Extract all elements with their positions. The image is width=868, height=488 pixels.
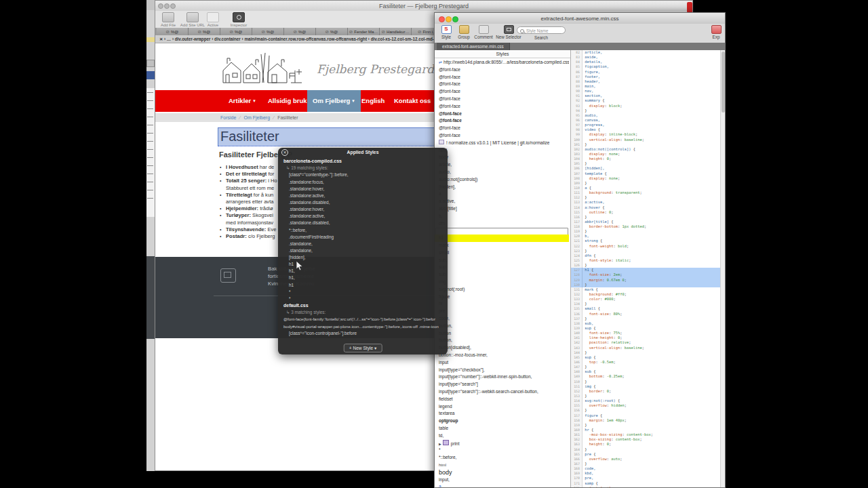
style-item-selected[interactable]: h1 <box>435 235 569 242</box>
code-line[interactable]: 149 bottom: -0.25em; <box>571 374 725 379</box>
style-button[interactable]: S Style <box>437 25 455 39</box>
browser-tab[interactable]: ⊘%@ <box>157 28 189 35</box>
browser-tab[interactable]: ⊘Fender Ma… <box>348 28 380 35</box>
style-item[interactable]: a <box>435 483 569 487</box>
code-line[interactable]: 156 } <box>571 408 725 413</box>
popup-selector[interactable]: .standalone:hover, <box>278 206 448 213</box>
code-line[interactable]: 155 overflow: hidden; <box>571 403 725 408</box>
code-line[interactable]: 106 [hidden], <box>571 166 725 171</box>
code-line[interactable]: 159 } <box>571 423 725 428</box>
style-item[interactable]: @font-face <box>435 96 569 103</box>
style-item-media-print[interactable]: ▶print <box>435 440 569 447</box>
code-line[interactable]: 102 audio:not([controls]) { <box>571 147 725 152</box>
code-line[interactable]: 169 kbd, <box>571 471 725 476</box>
style-item[interactable]: input[type="search"] <box>435 381 569 388</box>
code-line[interactable]: 158 margin: 1em 40px; <box>571 418 725 423</box>
code-line[interactable]: 105 } <box>571 161 725 166</box>
code-line[interactable]: 101 } <box>571 142 725 147</box>
style-item[interactable]: [hidden], <box>435 184 569 191</box>
code-line[interactable]: 95 audio, <box>571 113 725 118</box>
nav-item-om-fjelberg[interactable]: Om Fjelberg ▼ <box>307 90 361 112</box>
red-bookmark-icon[interactable] <box>687 2 692 13</box>
popup-selector[interactable]: .standalone, <box>278 241 448 247</box>
sliver-button[interactable] <box>146 60 155 67</box>
code-line[interactable]: 120 b, <box>571 234 725 239</box>
style-item[interactable]: html <box>435 462 569 469</box>
code-line[interactable]: 166 overflow: auto; <box>571 457 725 462</box>
code-line[interactable]: 94 } <box>571 108 725 113</box>
style-item[interactable]: sub <box>435 271 569 279</box>
code-line[interactable]: 148 sub { <box>571 369 725 374</box>
style-item[interactable]: code, <box>435 315 569 323</box>
popup-selector[interactable]: * <box>278 296 448 302</box>
code-line[interactable]: 142 position: relative; <box>571 340 725 345</box>
code-line[interactable]: 103 display: none; <box>571 152 725 157</box>
code-line[interactable]: 115 outline: 0; <box>571 210 725 215</box>
scrollbar-thumb[interactable] <box>722 52 725 113</box>
style-item[interactable]: button, <box>435 337 569 344</box>
style-item[interactable]: hr <box>435 300 569 308</box>
style-item[interactable]: input[type="search"]::-webkit-search-can… <box>435 388 569 396</box>
code-scrollbar[interactable] <box>720 50 725 487</box>
browser-tab[interactable]: ⊘%@ <box>284 28 316 35</box>
style-item[interactable]: @font-face <box>435 110 569 118</box>
code-line[interactable]: 136 font-size: 80%; <box>571 312 725 317</box>
code-line[interactable]: 139 sup { <box>571 326 725 331</box>
style-item[interactable]: @font-face <box>435 125 569 132</box>
code-line[interactable]: 171 samp { <box>571 481 725 486</box>
style-item-comment[interactable]: ! normalize.css v3.0.1 | MIT License | g… <box>435 140 569 147</box>
style-item[interactable]: @font-face <box>435 132 569 140</box>
code-line[interactable]: 152 border: 0; <box>571 389 725 394</box>
code-line[interactable]: 132 background: #ff0; <box>571 292 725 297</box>
code-line[interactable]: 89 main, <box>571 84 725 89</box>
code-line[interactable]: 121 strong { <box>571 239 725 243</box>
inline-edit-field[interactable] <box>435 228 568 235</box>
code-line[interactable]: 104 height: 0; <box>571 157 725 161</box>
style-item[interactable]: mark <box>435 242 569 249</box>
code-line[interactable]: 146 top: -0.5em; <box>571 360 725 365</box>
code-line[interactable]: 114 a:hover { <box>571 205 725 210</box>
style-item[interactable]: html <box>435 147 569 155</box>
popup-selector[interactable]: [hidden], <box>278 254 448 261</box>
code-line[interactable]: 92 summary { <box>571 98 725 103</box>
code-line[interactable]: 160 hr { <box>571 428 725 432</box>
code-line[interactable]: 113 a:active, <box>571 200 725 205</box>
style-item[interactable]: button, <box>435 323 569 330</box>
code-line[interactable]: 100 vertical-align: baseline; <box>571 138 725 142</box>
code-line[interactable]: 84 details, <box>571 60 725 64</box>
popup-selector[interactable]: * <box>278 289 448 296</box>
popup-selector[interactable]: *::before, <box>278 227 448 234</box>
code-line[interactable]: 143 vertical-align: baseline; <box>571 346 725 350</box>
popup-selector[interactable]: [class*="contenttype-"]::before, <box>278 171 448 178</box>
popup-selector[interactable]: h1 <box>278 282 448 289</box>
popup-selector[interactable]: [class^="icon-controlpanel-"]:before <box>278 330 448 337</box>
code-line[interactable]: 168 code, <box>571 466 725 471</box>
comment-button[interactable]: Comment <box>473 25 494 39</box>
code-line[interactable]: 125 font-style: italic; <box>571 258 725 263</box>
nav-item-english[interactable]: English <box>356 90 390 112</box>
code-line[interactable]: 96 canvas, <box>571 118 725 123</box>
code-line[interactable]: 157 figure { <box>571 413 725 418</box>
group-button[interactable]: Group <box>455 25 473 39</box>
popup-selector[interactable]: .standalone.disabled, <box>278 199 448 206</box>
code-line[interactable]: 99 display: inline-block; <box>571 132 725 137</box>
code-line[interactable]: 108 display: none; <box>571 176 725 181</box>
style-item[interactable]: legend <box>435 403 569 411</box>
style-item[interactable]: input, <box>435 476 569 484</box>
style-item[interactable]: a <box>435 190 569 198</box>
code-line[interactable]: 82 article, <box>571 50 725 55</box>
style-item[interactable]: @font-face <box>435 81 569 88</box>
code-editor[interactable]: 82 article,83 aside,84 details,85 figcap… <box>571 50 725 487</box>
code-line[interactable]: 170 pre, <box>571 476 725 481</box>
style-item[interactable]: button::-moz-focus-inner, <box>435 352 569 359</box>
breadcrumb-forside[interactable]: Forside <box>220 115 236 120</box>
code-line[interactable]: 126 } <box>571 263 725 268</box>
style-item[interactable]: table <box>435 425 569 432</box>
code-line[interactable]: 138 sub, <box>571 321 725 326</box>
style-item[interactable]: a:active, <box>435 198 569 205</box>
style-item[interactable]: svg:not(:root) <box>435 286 569 293</box>
style-search-input[interactable]: Style Name <box>517 26 566 34</box>
code-line[interactable]: 163 height: 0; <box>571 442 725 447</box>
code-line[interactable]: 172 font-family: monospace, monospace; <box>571 486 725 487</box>
code-line[interactable]: 111 background: transparent; <box>571 190 725 195</box>
